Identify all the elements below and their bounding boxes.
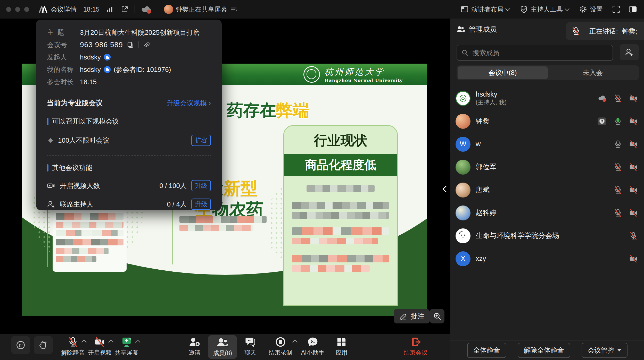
chevron-down-icon <box>617 349 621 352</box>
raise-hand-icon <box>38 340 48 350</box>
chat-button[interactable]: 聊天 <box>237 334 264 357</box>
chevron-up-icon[interactable] <box>292 340 298 345</box>
cloud-recording-icon[interactable] <box>598 94 607 103</box>
cohost-upgrade-button[interactable]: 升级 <box>191 199 211 210</box>
host-tools-selector[interactable]: 主持人工具 <box>520 5 569 14</box>
share-screen-button[interactable]: 共享屏幕 <box>113 334 140 357</box>
member-row[interactable]: 郭位军 <box>450 156 644 178</box>
member-row[interactable]: 赵科婷 <box>450 201 644 224</box>
member-row[interactable]: W w <box>450 133 644 156</box>
card-title: 行业现状 <box>284 132 397 150</box>
member-row[interactable]: 生命与环境科学学院分会场 <box>450 224 644 247</box>
blurred-content <box>284 176 397 272</box>
camera-muted-icon[interactable] <box>629 186 638 194</box>
dotted-divider <box>47 155 211 156</box>
invite-label: 邀请 <box>189 349 201 357</box>
meeting-detail-menu[interactable]: 会议详情 <box>38 5 77 14</box>
mic-muted-icon[interactable] <box>614 209 622 217</box>
diamond-bullet-icon <box>48 138 53 143</box>
chevron-up-icon[interactable] <box>135 340 140 345</box>
mic-muted-icon[interactable] <box>614 186 622 194</box>
camera-muted-icon[interactable] <box>629 209 638 217</box>
member-name: w <box>476 140 481 148</box>
collapse-sidebar-chevron[interactable] <box>442 185 447 193</box>
zoom-in-button[interactable] <box>430 309 444 323</box>
mic-muted-icon[interactable] <box>614 94 622 103</box>
member-row[interactable]: 钟樊 <box>450 110 644 133</box>
camera-muted-icon[interactable] <box>629 117 638 126</box>
mic-active-icon[interactable] <box>614 117 622 126</box>
camera-muted-icon[interactable] <box>629 94 638 103</box>
tab-in-meeting[interactable]: 会议中(8) <box>458 66 548 79</box>
invite-button[interactable]: 邀请 <box>181 334 208 357</box>
stop-record-label: 结束录制 <box>269 349 292 357</box>
link-icon[interactable] <box>143 41 151 49</box>
screen-share-badge-icon[interactable] <box>597 116 607 126</box>
sharing-status[interactable]: 钟樊正在共享屏幕 <box>164 5 238 14</box>
camera-muted-icon[interactable] <box>629 254 638 263</box>
start-video-button[interactable]: 开启视频 <box>86 334 113 357</box>
participant-id: (参会者ID: 101976) <box>114 65 171 74</box>
cloud-icon[interactable] <box>141 5 152 14</box>
members-button[interactable]: 成员(8) <box>208 335 237 359</box>
member-row[interactable]: hsdsky (主持人, 我) <box>450 87 644 110</box>
camera-muted-icon[interactable] <box>629 163 638 172</box>
member-add-button[interactable] <box>620 44 639 60</box>
blurred-content <box>53 210 127 272</box>
end-meeting-button[interactable]: 结束会议 <box>396 334 435 357</box>
mic-muted-icon[interactable] <box>614 163 622 172</box>
fullscreen-icon[interactable] <box>612 5 620 13</box>
topic-value: 3月20日杭师大生科院2025创新项目打磨 <box>80 28 200 37</box>
camera-muted-icon[interactable] <box>629 140 638 149</box>
divider <box>585 26 585 36</box>
host-tools-label: 主持人工具 <box>531 5 563 14</box>
unmute-all-button[interactable]: 解除全体静音 <box>518 343 570 358</box>
member-row[interactable]: X xzy <box>450 247 644 270</box>
topic-label: 主 题 <box>47 28 80 37</box>
share-out-icon[interactable] <box>121 5 129 13</box>
unmute-button[interactable]: 解除静音 <box>60 334 86 357</box>
video-count-value: 0 / 100人 <box>159 181 187 190</box>
tab-not-joined[interactable]: 未入会 <box>548 66 638 79</box>
university-seal-icon <box>303 66 320 83</box>
side-panel-icon[interactable] <box>629 5 637 14</box>
window-close-button[interactable] <box>6 7 11 12</box>
ai-assistant-button[interactable]: AI小助手 <box>297 334 328 357</box>
chevron-down-icon <box>565 6 569 11</box>
settings-button[interactable]: 设置 <box>579 5 603 14</box>
meeting-controls-button[interactable]: 会议管控 <box>582 343 628 358</box>
copy-icon[interactable] <box>127 41 134 49</box>
meeting-id-label: 会议号 <box>47 40 80 49</box>
window-minimize-button[interactable] <box>15 7 20 12</box>
mic-muted-icon[interactable] <box>629 232 638 240</box>
layout-selector[interactable]: 演讲者布局 <box>460 5 509 14</box>
annotate-button[interactable]: 批注 <box>394 309 430 323</box>
window-zoom-button[interactable] <box>24 7 29 12</box>
apps-button[interactable]: 应用 <box>328 334 355 357</box>
industry-status-card: 行业现状 商品化程度低 <box>283 125 398 306</box>
divider <box>158 5 158 13</box>
expand-capacity-button[interactable]: 扩容 <box>191 135 211 146</box>
member-row[interactable]: 唐斌 <box>450 178 644 201</box>
meeting-detail-label[interactable]: 会议详情 <box>51 5 77 14</box>
camera-muted-icon <box>94 336 105 348</box>
member-add-icon <box>625 48 634 57</box>
org-badge-icon <box>104 66 111 73</box>
search-input[interactable] <box>472 49 608 57</box>
my-name-value: hsdsky <box>80 66 101 74</box>
mic-icon[interactable] <box>614 140 622 149</box>
chevron-up-icon[interactable] <box>108 340 113 345</box>
university-logo: 杭州师范大学 Hangzhou Normal University <box>303 66 403 83</box>
stop-record-button[interactable]: 结束录制 <box>264 334 297 357</box>
member-search[interactable] <box>457 45 613 61</box>
mic-muted-icon[interactable] <box>571 27 581 36</box>
start-video-label: 开启视频 <box>88 349 112 357</box>
raise-hand-button[interactable] <box>34 336 53 354</box>
share-list-icon[interactable] <box>230 5 238 13</box>
chevron-up-icon[interactable] <box>81 340 87 345</box>
mute-all-button[interactable]: 全体静音 <box>467 343 506 358</box>
upgrade-scale-link[interactable]: 升级会议规模 › <box>167 99 211 108</box>
video-upgrade-button[interactable]: 升级 <box>191 180 211 191</box>
reactions-button[interactable] <box>11 336 30 354</box>
column-divider <box>47 203 48 267</box>
